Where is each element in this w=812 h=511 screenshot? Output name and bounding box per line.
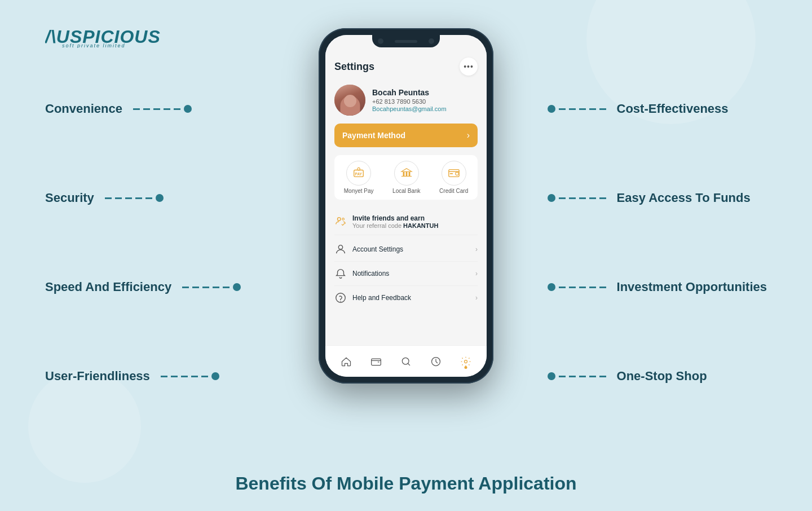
label-investment: Investment Opportunities [548, 280, 767, 294]
monyet-pay-icon: PAY [352, 167, 365, 179]
help-icon [334, 292, 347, 304]
svg-point-13 [455, 172, 458, 175]
menu-item-help[interactable]: Help and Feedback › [334, 286, 478, 310]
invite-text: Invite friends and earn Your referral co… [352, 214, 438, 229]
phone-mockup: Settings ••• Bocah Peuntas +62 813 7890 … [319, 28, 493, 384]
wallet-icon [370, 356, 382, 367]
svg-point-18 [340, 301, 341, 302]
invite-code: HAKANTUH [403, 222, 438, 229]
svg-rect-7 [405, 171, 407, 176]
settings-icon [460, 356, 471, 367]
invite-icon [334, 215, 347, 228]
svg-rect-6 [403, 171, 404, 176]
screen-content: Settings ••• Bocah Peuntas +62 813 7890 … [325, 35, 487, 345]
avatar [334, 85, 365, 116]
page-title: Benefits Of Mobile Payment Application [235, 473, 576, 494]
search-icon [400, 356, 412, 367]
nav-settings[interactable] [460, 355, 472, 368]
svg-text:soft private limited: soft private limited [62, 43, 126, 48]
notifications-icon [334, 267, 347, 280]
profile-phone: +62 813 7890 5630 [372, 98, 447, 105]
svg-point-14 [338, 218, 341, 221]
local-bank-icon-circle [394, 161, 419, 186]
bottom-nav [325, 345, 487, 377]
avatar-image [334, 85, 365, 116]
right-labels: Cost-Effectiveness Easy Access To Funds … [548, 102, 767, 384]
svg-rect-8 [408, 171, 410, 176]
help-label: Help and Feedback [352, 294, 475, 302]
nav-home[interactable] [340, 355, 352, 368]
label-speed: Speed And Efficiency [45, 280, 241, 294]
label-security: Security [45, 191, 241, 205]
label-access: Easy Access To Funds [548, 191, 767, 205]
monyet-pay-icon-circle: PAY [346, 161, 371, 186]
account-settings-arrow: › [475, 245, 478, 253]
nav-search[interactable] [400, 355, 412, 368]
svg-text:PAY: PAY [355, 172, 363, 176]
camera-2 [429, 38, 434, 44]
svg-point-15 [342, 218, 345, 221]
nav-wallet[interactable] [370, 355, 382, 368]
payment-icon-monyet[interactable]: PAY Monyet Pay [344, 161, 374, 194]
notifications-arrow: › [475, 270, 478, 277]
phone-notch [372, 35, 440, 47]
phone-outer: Settings ••• Bocah Peuntas +62 813 7890 … [319, 28, 493, 384]
payment-method-arrow: › [467, 130, 470, 140]
payment-icon-credit[interactable]: Credit Card [439, 161, 468, 194]
nav-history[interactable] [430, 355, 442, 368]
account-settings-icon [334, 243, 347, 256]
svg-rect-12 [449, 173, 453, 174]
menu-item-notifications[interactable]: Notifications › [334, 262, 478, 286]
home-icon [341, 356, 352, 367]
history-icon [430, 356, 442, 367]
credit-card-label: Credit Card [439, 188, 468, 194]
invite-subtitle: Your referral code HAKANTUH [352, 222, 438, 229]
menu-item-account[interactable]: Account Settings › [334, 237, 478, 262]
svg-point-20 [402, 358, 409, 364]
invite-section: Invite friends and earn Your referral co… [334, 209, 478, 235]
label-shop: One-Stop Shop [548, 369, 767, 384]
local-bank-icon [400, 167, 413, 179]
profile-section: Bocah Peuntas +62 813 7890 5630 Bocahpeu… [334, 85, 478, 116]
logo: /\USPICIOUS soft private limited [45, 23, 169, 52]
payment-method-label: Payment Method [342, 131, 405, 140]
settings-active-dot [465, 366, 467, 369]
help-arrow: › [475, 294, 478, 302]
profile-name: Bocah Peuntas [372, 88, 447, 97]
logo-brand: /\USPICIOUS soft private limited [45, 23, 169, 52]
svg-point-16 [338, 245, 342, 249]
payment-method-banner[interactable]: Payment Method › [334, 124, 478, 147]
notifications-label: Notifications [352, 270, 475, 277]
svg-marker-5 [401, 169, 412, 172]
more-options-button[interactable]: ••• [460, 58, 478, 76]
monyet-pay-label: Monyet Pay [344, 188, 374, 194]
label-cost: Cost-Effectiveness [548, 102, 767, 116]
speaker [395, 40, 417, 43]
account-settings-label: Account Settings [352, 245, 475, 253]
bg-decoration-2 [28, 370, 141, 483]
payment-icons-row: PAY Monyet Pay [334, 155, 478, 200]
profile-email: Bocahpeuntas@gmail.com [372, 105, 447, 112]
svg-point-22 [465, 360, 467, 363]
credit-card-icon [448, 167, 460, 179]
left-labels: Convenience Security Speed And Efficienc… [45, 102, 241, 384]
local-bank-label: Local Bank [392, 188, 420, 194]
label-friendliness: User-Friendliness [45, 369, 241, 384]
svg-rect-19 [371, 359, 381, 365]
settings-header: Settings ••• [334, 58, 478, 76]
settings-title: Settings [334, 61, 374, 73]
three-dots-icon: ••• [464, 62, 474, 71]
profile-info: Bocah Peuntas +62 813 7890 5630 Bocahpeu… [372, 88, 447, 112]
label-convenience: Convenience [45, 102, 241, 116]
phone-screen: Settings ••• Bocah Peuntas +62 813 7890 … [325, 35, 487, 377]
payment-icon-bank[interactable]: Local Bank [392, 161, 420, 194]
invite-title: Invite friends and earn [352, 214, 438, 222]
camera [378, 38, 383, 44]
credit-card-icon-circle [442, 161, 466, 186]
